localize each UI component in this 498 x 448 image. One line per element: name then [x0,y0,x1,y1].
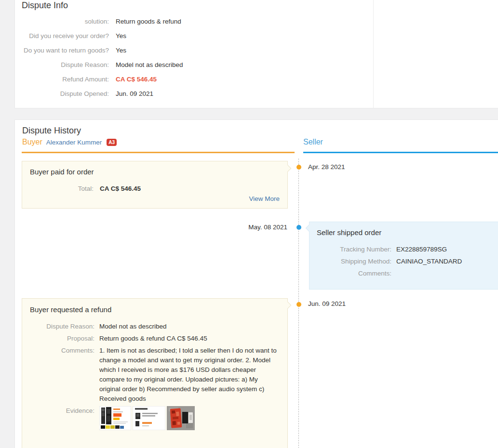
info-row-dispute-reason: Dispute Reason: Model not as described [15,57,183,72]
seller-role-label: Seller [303,138,323,146]
buyer-name-link[interactable]: Alexander Kummer [46,139,102,146]
evidence-thumbnails [99,406,196,430]
buyer-role-label: Buyer [22,138,42,146]
event-card-seller-shipped: Seller shipped order Tracking Number: EX… [309,222,498,290]
info-label: Did you receive your order? [22,32,109,40]
event-value: Model not as described [99,322,279,331]
card-pointer-icon [284,302,292,309]
info-value: Yes [116,32,126,40]
dispute-info-title: Dispute Info [22,0,68,11]
info-value: Jun. 09 2021 [116,90,153,97]
event-row-proposal: Proposal: Return goods & refund CA C$ 54… [22,334,287,343]
event-value: Return goods & refund CA C$ 546.45 [99,334,279,343]
dispute-info-rows: solution: Return goods & refund Did you … [15,14,183,101]
event-label: Proposal: [22,334,94,343]
buyer-rating-badge[interactable]: A3 [107,139,117,146]
buyer-column-rule [22,152,295,153]
dispute-info-panel: Dispute Info solution: Return goods & re… [14,0,498,108]
info-row-solution: solution: Return goods & refund [15,14,183,28]
event-title: Buyer paid for order [30,168,94,176]
vertical-divider [373,0,374,108]
info-label: Dispute Opened: [22,90,109,97]
timeline-dot-buyer-icon [296,302,301,307]
info-value: Model not as described [116,61,183,68]
event-label: Comments: [310,269,391,278]
info-row-receive-order: Did you receive your order? Yes [15,28,183,43]
event-date: Apr. 28 2021 [308,163,345,171]
info-label: Do you want to return goods? [22,47,109,54]
timeline-dot-seller-icon [296,225,301,230]
card-pointer-icon [306,224,313,232]
event-row-dispute-reason: Dispute Reason: Model not as described [22,322,287,331]
info-label: Refund Amount: [22,76,109,83]
event-row-evidence: Evidence: [22,406,287,430]
dispute-history-title: Dispute History [22,126,81,136]
timeline-dot-buyer-icon [296,165,301,170]
event-label: Total: [22,184,94,194]
event-label: Shipping Method: [310,257,391,266]
event-row-comments: Comments: [310,269,498,278]
event-date: May. 08 2021 [239,224,287,231]
evidence-thumbnail-received-goods[interactable] [167,406,195,430]
evidence-thumbnail-product-listing[interactable] [99,406,131,430]
event-comments-text: 1. Item is not as described; I told a se… [99,346,279,404]
dispute-history-panel: Dispute History Buyer Alexander Kummer A… [14,119,498,448]
seller-column-rule [303,152,498,153]
event-date: Jun. 09 2021 [308,300,346,307]
event-row-tracking-number: Tracking Number: EX228859789SG [310,245,498,254]
event-row-comments: Comments: 1. Item is not as described; I… [22,346,287,404]
event-card-buyer-paid: Buyer paid for order Total: CA C$ 546.45… [22,161,288,209]
info-row-refund-amount: Refund Amount: CA C$ 546.45 [15,72,183,86]
event-label: Tracking Number: [310,245,391,254]
event-value: EX228859789SG [396,245,447,254]
event-card-buyer-refund-request: Buyer requested a refund Dispute Reason:… [22,298,288,448]
event-title: Buyer requested a refund [30,305,111,314]
info-value: Yes [116,47,126,54]
info-value: Return goods & refund [116,18,181,25]
info-row-dispute-opened: Dispute Opened: Jun. 09 2021 [15,86,183,101]
evidence-thumbnail-order-details[interactable] [133,406,165,430]
buyer-column-header: Buyer Alexander Kummer A3 [22,138,117,146]
info-label: Dispute Reason: [22,61,109,68]
card-pointer-icon [284,165,292,172]
event-label: Dispute Reason: [22,322,94,331]
view-more-link[interactable]: View More [249,195,280,202]
info-label: solution: [22,18,109,25]
event-value: CAINIAO_STANDARD [396,257,462,266]
event-label: Evidence: [22,406,94,430]
event-value: CA C$ 546.45 [100,184,141,194]
refund-amount-value: CA C$ 546.45 [116,76,157,83]
event-row-shipping-method: Shipping Method: CAINIAO_STANDARD [310,257,498,266]
info-row-return-goods: Do you want to return goods? Yes [15,43,183,57]
event-title: Seller shipped order [317,228,381,237]
event-row-total: Total: CA C$ 546.45 [22,184,287,194]
event-label: Comments: [22,346,94,404]
